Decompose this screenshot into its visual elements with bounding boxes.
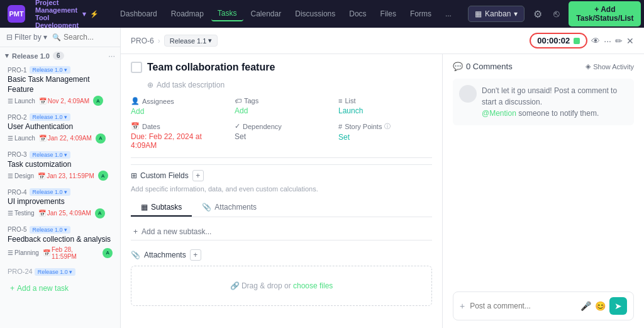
list-item[interactable]: PRO-1 Release 1.0 ▾ Basic Task Managemen… — [5, 63, 115, 109]
task-date: 📅 Jan 23, 11:59PM — [38, 172, 94, 179]
share-icon[interactable]: ⎋ — [551, 6, 562, 22]
task-name: Task customization — [8, 160, 113, 170]
list-item[interactable]: PRO-3 Release 1.0 ▾ Task customization ☰… — [5, 148, 115, 184]
comments-title: 💬 0 Comments — [453, 62, 513, 71]
drop-zone[interactable]: 🔗 Drag & drop or choose files — [131, 266, 432, 306]
nav-tab-forms[interactable]: Forms — [404, 7, 438, 21]
right-panel: 💬 0 Comments ◈ Show Activity Don't let i… — [443, 54, 644, 328]
timer-value: 00:00:02 — [537, 36, 570, 45]
timer-actions: 👁 ··· ✏ ✕ — [591, 36, 634, 46]
task-id: PRO-24 — [8, 268, 33, 275]
tags-value[interactable]: Add — [235, 106, 328, 115]
add-subtask-button[interactable]: + Add a new subtask... — [131, 223, 432, 240]
dependency-value[interactable]: Set — [235, 132, 328, 141]
nav-tab-calendar[interactable]: Calendar — [245, 7, 288, 21]
task-meta: ☰ Launch 📅 Jan 22, 4:09AM A — [8, 133, 113, 144]
list-value[interactable]: Launch — [338, 106, 432, 115]
timer-close-button[interactable]: ✕ — [626, 36, 634, 46]
chevron-down-icon: ▾ — [64, 227, 67, 233]
timer-more-button[interactable]: ··· — [604, 36, 611, 46]
task-status: ☰ Planning — [8, 249, 39, 256]
release-label: ▾ Release 1.0 6 — [5, 52, 64, 60]
list-icon: ≡ — [338, 97, 342, 105]
task-id: PRO-2 — [8, 114, 27, 121]
chevron-down-icon: ▾ — [208, 37, 212, 45]
sidebar-header: ⊟ Filter by ▾ 🔍 — [0, 28, 120, 47]
task-meta: ☰ Design 📅 Jan 23, 11:59PM A — [8, 171, 113, 181]
avatar: A — [98, 171, 108, 181]
tab-subtasks[interactable]: ▦ Subtasks — [131, 199, 192, 217]
chevron-down-icon: ▾ — [514, 9, 518, 18]
add-custom-field-button[interactable]: + — [192, 170, 204, 181]
task-checkbox[interactable] — [131, 62, 142, 73]
attachments-icon: 📎 — [202, 203, 211, 212]
add-description-button[interactable]: ⊕ Add task description — [131, 78, 432, 97]
tags-label: 🏷 Tags — [235, 97, 328, 105]
dates-field: 📅 Dates Due: Feb 22, 2024 at 4:09AM — [131, 122, 225, 150]
calendar-icon: 📅 — [131, 122, 140, 130]
add-attachment-button[interactable]: + — [190, 249, 201, 261]
add-task-button[interactable]: + Add Task/Status/List — [569, 1, 641, 26]
comment-icon: 💬 — [453, 62, 463, 71]
custom-fields-icon: ⊞ — [131, 171, 137, 180]
release-dropdown[interactable]: Release 1.1 ▾ — [164, 35, 218, 47]
show-activity-button[interactable]: ◈ Show Activity — [586, 62, 634, 71]
settings-icon[interactable]: ⚙ — [531, 6, 545, 23]
list-field: ≡ List Launch — [338, 97, 432, 116]
task-status: ☰ Design — [8, 172, 34, 179]
nav-tab-docs[interactable]: Docs — [343, 7, 372, 21]
send-button[interactable]: ➤ — [609, 297, 627, 315]
plus-icon: + — [10, 284, 14, 293]
add-task-link[interactable]: + Add a new task — [5, 280, 115, 297]
list-icon: ☰ — [8, 210, 13, 217]
nav-tab-more[interactable]: ... — [439, 7, 458, 21]
tags-field: 🏷 Tags Add — [235, 97, 328, 116]
choose-files-link[interactable]: choose files — [293, 281, 333, 290]
more-icon[interactable]: ··· — [108, 51, 115, 60]
task-meta: ☰ Launch 📅 Nov 2, 4:09AM A — [8, 96, 113, 106]
search-input[interactable] — [64, 33, 114, 42]
kanban-icon: ▦ — [475, 9, 482, 18]
nav-tab-tasks[interactable]: Tasks — [211, 6, 243, 21]
task-title-row: Team collaboration feature — [131, 62, 432, 73]
chevron-down-icon: ▾ — [64, 152, 67, 158]
timer-edit-button[interactable]: ✏ — [615, 36, 623, 46]
kanban-button[interactable]: ▦ Kanban ▾ — [468, 6, 525, 22]
tab-attachments[interactable]: 📎 Attachments — [192, 199, 267, 217]
list-item[interactable]: PRO-2 Release 1.0 ▾ User Authentication … — [5, 110, 115, 147]
filter-button[interactable]: ⊟ Filter by ▾ — [6, 33, 47, 42]
list-icon: ☰ — [8, 172, 13, 179]
person-icon: 👤 — [131, 97, 140, 105]
dependency-field: ✓ Dependency Set — [235, 122, 328, 150]
timer-eye-button[interactable]: 👁 — [591, 36, 600, 46]
dates-value[interactable]: Due: Feb 22, 2024 at 4:09AM — [131, 132, 225, 150]
dependency-label: ✓ Dependency — [235, 122, 328, 130]
search-area: 🔍 — [52, 33, 114, 42]
chevron-down-icon: ▾ — [64, 189, 67, 195]
chevron-down-icon[interactable]: ▾ — [82, 10, 86, 18]
nav-tab-discussions[interactable]: Discussions — [289, 7, 341, 21]
nav-tab-files[interactable]: Files — [374, 7, 402, 21]
detail-tabs: ▦ Subtasks 📎 Attachments — [131, 199, 432, 217]
nav-tab-roadmap[interactable]: Roadmap — [165, 7, 210, 21]
task-release-tag: Release 1.0 ▾ — [30, 113, 70, 121]
task-release-tag: Release 1.0 ▾ — [30, 226, 70, 234]
list-item[interactable]: PRO-5 Release 1.0 ▾ Feedback collection … — [5, 223, 115, 263]
list-item[interactable]: PRO-24 Release 1.0 ▾ — [5, 264, 115, 279]
comment-input[interactable] — [470, 302, 575, 310]
app-logo: PMT — [8, 5, 25, 23]
microphone-icon[interactable]: 🎤 — [580, 301, 591, 311]
task-date: 📅 Nov 2, 4:09AM — [39, 98, 89, 105]
main-layout: ⊟ Filter by ▾ 🔍 ▾ Release 1.0 6 ··· — [0, 28, 644, 328]
task-meta: ☰ Planning 📅 Feb 28, 11:59PM A — [8, 246, 113, 260]
story-points-value[interactable]: Set — [338, 133, 432, 142]
list-item[interactable]: PRO-4 Release 1.0 ▾ UI improvements ☰ Te… — [5, 185, 115, 222]
emoji-icon[interactable]: 😊 — [595, 301, 606, 311]
comment-actions: 🎤 😊 ➤ — [580, 297, 627, 315]
assignees-value[interactable]: Add — [131, 107, 225, 116]
mention-text: @Mention — [482, 109, 516, 118]
comment-prompt: Don't let it go unsaid! Post a comment t… — [453, 79, 634, 125]
nav-tab-dashboard[interactable]: Dashboard — [114, 7, 164, 21]
timer-area: 00:00:02 👁 ··· ✏ ✕ — [530, 33, 634, 48]
chevron-down-icon: ▾ — [43, 33, 47, 42]
